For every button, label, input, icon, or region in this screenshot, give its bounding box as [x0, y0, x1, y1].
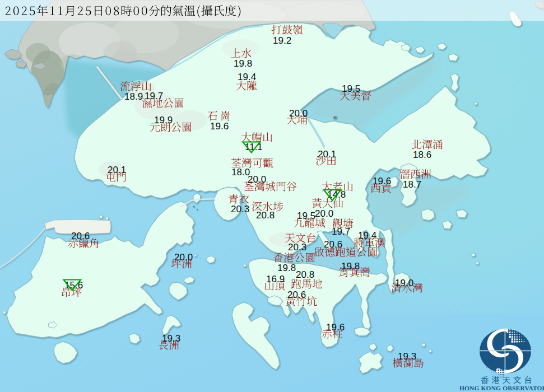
svg-text:19.4: 19.4 — [238, 72, 256, 82]
svg-text:18.6: 18.6 — [413, 150, 431, 160]
svg-text:20.8: 20.8 — [296, 269, 314, 280]
svg-text:20.0: 20.0 — [248, 174, 266, 185]
svg-text:19.6: 19.6 — [373, 176, 391, 186]
svg-text:19.9: 19.9 — [154, 115, 173, 125]
svg-text:19.4: 19.4 — [358, 230, 376, 241]
svg-text:19.7: 19.7 — [145, 91, 163, 101]
svg-text:19.3: 19.3 — [398, 351, 416, 362]
svg-text:20.6: 20.6 — [71, 231, 90, 241]
svg-text:19.3: 19.3 — [162, 333, 180, 344]
svg-text:18.7: 18.7 — [403, 179, 421, 190]
svg-text:20.6: 20.6 — [287, 290, 306, 300]
svg-text:20.1: 20.1 — [108, 165, 126, 175]
svg-text:HONG KONG OBSERVATORY: HONG KONG OBSERVATORY — [459, 385, 544, 391]
svg-text:16.9: 16.9 — [266, 274, 285, 284]
svg-text:20.3: 20.3 — [231, 204, 249, 214]
svg-text:20.6: 20.6 — [324, 239, 342, 250]
svg-text:20.0: 20.0 — [174, 252, 193, 263]
svg-text:19.2: 19.2 — [273, 35, 291, 46]
svg-text:19.8: 19.8 — [277, 263, 296, 273]
svg-text:20.3: 20.3 — [288, 242, 306, 253]
svg-text:19.6: 19.6 — [326, 322, 345, 333]
svg-text:20.0: 20.0 — [289, 108, 308, 119]
svg-text:19.8: 19.8 — [234, 58, 252, 69]
svg-text:19.0: 19.0 — [395, 278, 413, 288]
svg-text:18.9: 18.9 — [124, 91, 143, 102]
svg-text:20.0: 20.0 — [315, 208, 333, 219]
svg-text:20.1: 20.1 — [318, 149, 336, 160]
svg-text:19.6: 19.6 — [210, 121, 229, 132]
svg-text:19.5: 19.5 — [342, 83, 360, 94]
svg-text:19.7: 19.7 — [332, 226, 350, 237]
svg-text:19.5: 19.5 — [297, 211, 315, 221]
svg-text:19.8: 19.8 — [341, 261, 360, 272]
svg-text:20.8: 20.8 — [256, 210, 275, 221]
